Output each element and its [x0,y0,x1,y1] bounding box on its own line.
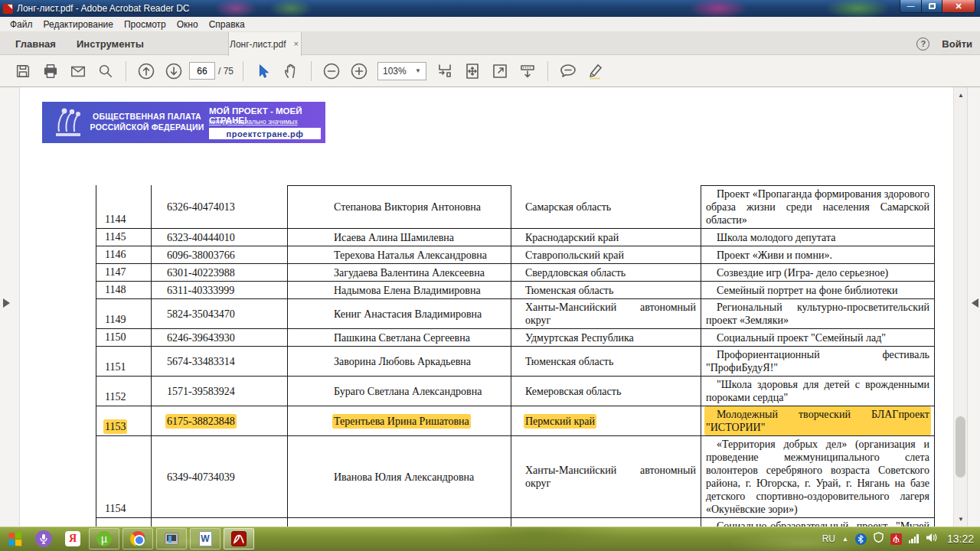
menu-help[interactable]: Справка [204,18,250,31]
yandex-browser-button[interactable]: Я [60,528,86,549]
fit-page-button[interactable] [461,60,484,83]
cell-text: 1154 [105,503,126,514]
voice-assistant-button[interactable] [31,528,57,549]
minimize-button[interactable]: — [900,0,922,13]
nav-pane-expander-icon[interactable] [3,298,15,308]
word-button[interactable]: W [190,528,220,549]
cell-text: Профориентационный фестиваль "ПрофиБудуЯ… [706,348,929,374]
table-row: 11466096-38003766Терехова Наталья Алекса… [96,246,935,264]
help-icon[interactable]: ? [916,37,929,51]
cell-text: 6323-40444010 [167,232,235,243]
full-screen-button[interactable] [488,60,511,83]
menu-file[interactable]: Файл [5,18,38,31]
cell-text: 6175-38823848 [167,416,235,427]
network-signal-icon[interactable] [909,534,919,543]
start-button[interactable] [2,528,28,549]
menu-edit[interactable]: Редактирование [38,18,119,31]
search-button[interactable] [94,60,117,83]
cell-num: 1154 [96,436,152,518]
page-number-input[interactable] [189,62,215,80]
cell-num: 1149 [96,299,152,329]
security-shield-icon[interactable] [874,532,884,546]
cell-project: Профориентационный фестиваль "ПрофиБудуЯ… [701,347,935,377]
bluetooth-icon[interactable] [855,533,867,545]
cell-project: Школа молодого депутата [701,229,935,246]
cell-text: Терехова Наталья Александровна [334,249,487,261]
tab-document[interactable]: Лонг-лист.pdf × [228,32,302,56]
cell-num: 1151 [96,347,152,377]
vertical-scrollbar[interactable]: ▲ ▼ [953,87,967,527]
volume-icon[interactable] [926,532,937,546]
cell-text: Ставропольский край [525,249,624,261]
tab-tools[interactable]: Инструменты [67,32,153,55]
cell-text: Молодежный творческий БЛАГпроект "ИСТОРИ… [706,408,929,434]
zoom-in-button[interactable] [348,60,371,83]
microphone-icon [35,530,52,547]
cell-text: «Территория добрых дел» (организация и п… [706,438,929,516]
cell-name: Надымова Елена Владимировна [288,282,511,299]
zoom-out-button[interactable] [320,60,343,83]
cell-text: Ханты-Мансийский автономный округ [525,465,696,489]
zoom-level-dropdown[interactable]: 103% ▼ [377,62,426,80]
cell-num: 1155 [96,518,152,527]
minus-circle-icon [322,62,341,80]
scrollbar-thumb[interactable] [956,416,965,478]
cell-text: 1146 [105,249,126,260]
next-page-button[interactable] [162,60,185,83]
cell-text: 1150 [105,331,126,343]
scroll-down-arrow[interactable]: ▼ [954,513,968,525]
search-icon [97,63,114,80]
cell-text: 6326-40474013 [167,201,235,213]
cell-text: Проект «Живи и помни». [706,249,929,262]
cell-name: Пашкина Светлана Сергеевна [288,329,511,347]
print-button[interactable] [39,60,62,83]
email-button[interactable] [67,60,90,83]
cell-project: Проект «Пропаганда формирования здоровог… [701,186,935,229]
save-button[interactable] [11,60,34,83]
language-indicator[interactable]: RU [822,533,835,544]
close-button[interactable]: ✕ [942,0,975,13]
hand-icon [283,63,299,80]
cell-text: Удмуртская Республика [525,332,634,344]
highlight-button[interactable] [584,60,607,83]
hidden-icons-arrow[interactable]: ▲ [842,536,848,543]
title-bar: Лонг-лист.pdf - Adobe Acrobat Reader DC … [0,0,980,17]
display-app-button[interactable] [156,528,187,549]
hand-tool-button[interactable] [279,60,302,83]
table-row: 11476301-40223988Загудаева Валентина Але… [96,264,935,282]
acrobat-button[interactable] [224,528,254,549]
tab-close-icon[interactable]: × [292,38,300,50]
cell-id: 6349-40734039 [152,436,288,518]
cell-text: Семейный портрет на фоне библиотеки [706,284,929,297]
cell-text: Краснодарский край [525,232,619,243]
tab-home[interactable]: Главная [6,32,65,55]
previous-page-button[interactable] [135,60,158,83]
utorrent-button[interactable]: µ [89,528,119,549]
save-icon [15,63,31,80]
scroll-up-arrow[interactable]: ▲ [954,89,968,101]
tools-pane-expander-icon[interactable] [967,298,978,308]
cell-id: 2452-36913657 [152,518,288,527]
cell-id: 6326-40474013 [152,186,288,229]
main-toolbar: / 75 103% ▼ [0,55,980,87]
chrome-button[interactable] [122,528,153,549]
scrolling-mode-button[interactable] [516,60,539,83]
cell-region: Тюменская область [511,282,701,299]
cell-id: 6311-40333999 [152,282,288,299]
cell-region: Ханты-Мансийский автономный округ [511,299,701,329]
restore-button[interactable] [922,0,942,13]
select-tool-button[interactable] [252,60,275,83]
menu-window[interactable]: Окно [172,18,204,31]
sign-in-button[interactable]: Войти [942,38,972,50]
table-row: 11495824-35043470Кениг Анастасия Владими… [96,299,935,329]
taskbar-clock[interactable]: 13:22 [947,533,974,545]
arrow-up-circle-icon [137,62,155,80]
cell-num: 1145 [96,229,152,246]
utorrent-icon: µ [96,531,112,546]
menu-view[interactable]: Просмотр [119,18,172,31]
fit-width-button[interactable] [433,60,456,83]
cell-num: 1148 [96,282,152,299]
usb-eject-icon[interactable] [890,533,902,545]
comment-button[interactable] [557,60,580,83]
yandex-icon: Я [65,531,80,546]
